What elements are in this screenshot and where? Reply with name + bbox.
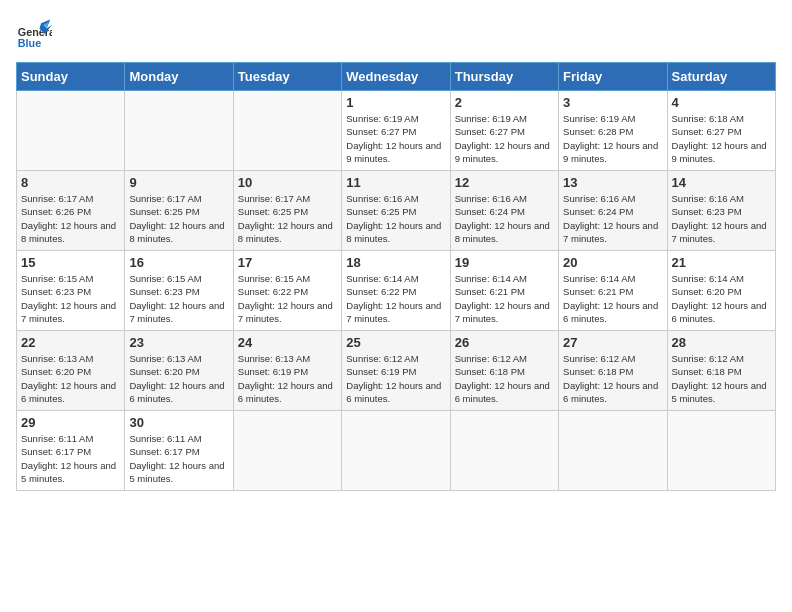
- day-number: 1: [346, 95, 445, 110]
- day-number: 14: [672, 175, 771, 190]
- day-info: Sunrise: 6:11 AM Sunset: 6:17 PM Dayligh…: [21, 432, 120, 485]
- calendar-week-row: 22 Sunrise: 6:13 AM Sunset: 6:20 PM Dayl…: [17, 331, 776, 411]
- day-info: Sunrise: 6:14 AM Sunset: 6:21 PM Dayligh…: [455, 272, 554, 325]
- calendar-table: SundayMondayTuesdayWednesdayThursdayFrid…: [16, 62, 776, 491]
- day-info: Sunrise: 6:14 AM Sunset: 6:21 PM Dayligh…: [563, 272, 662, 325]
- calendar-day-cell: 30 Sunrise: 6:11 AM Sunset: 6:17 PM Dayl…: [125, 411, 233, 491]
- calendar-weekday-header: Wednesday: [342, 63, 450, 91]
- day-number: 20: [563, 255, 662, 270]
- calendar-day-cell: 24 Sunrise: 6:13 AM Sunset: 6:19 PM Dayl…: [233, 331, 341, 411]
- day-info: Sunrise: 6:19 AM Sunset: 6:28 PM Dayligh…: [563, 112, 662, 165]
- calendar-day-cell: [233, 91, 341, 171]
- logo: General Blue: [16, 16, 52, 52]
- day-number: 8: [21, 175, 120, 190]
- day-number: 3: [563, 95, 662, 110]
- calendar-day-cell: 16 Sunrise: 6:15 AM Sunset: 6:23 PM Dayl…: [125, 251, 233, 331]
- day-info: Sunrise: 6:12 AM Sunset: 6:18 PM Dayligh…: [455, 352, 554, 405]
- day-number: 19: [455, 255, 554, 270]
- calendar-day-cell: [559, 411, 667, 491]
- calendar-day-cell: 1 Sunrise: 6:19 AM Sunset: 6:27 PM Dayli…: [342, 91, 450, 171]
- day-number: 25: [346, 335, 445, 350]
- day-info: Sunrise: 6:14 AM Sunset: 6:22 PM Dayligh…: [346, 272, 445, 325]
- calendar-day-cell: 22 Sunrise: 6:13 AM Sunset: 6:20 PM Dayl…: [17, 331, 125, 411]
- day-info: Sunrise: 6:16 AM Sunset: 6:24 PM Dayligh…: [455, 192, 554, 245]
- logo-icon: General Blue: [16, 16, 52, 52]
- calendar-day-cell: 17 Sunrise: 6:15 AM Sunset: 6:22 PM Dayl…: [233, 251, 341, 331]
- calendar-weekday-header: Friday: [559, 63, 667, 91]
- day-info: Sunrise: 6:19 AM Sunset: 6:27 PM Dayligh…: [346, 112, 445, 165]
- day-number: 13: [563, 175, 662, 190]
- day-number: 30: [129, 415, 228, 430]
- calendar-day-cell: 21 Sunrise: 6:14 AM Sunset: 6:20 PM Dayl…: [667, 251, 775, 331]
- calendar-day-cell: 27 Sunrise: 6:12 AM Sunset: 6:18 PM Dayl…: [559, 331, 667, 411]
- calendar-day-cell: 29 Sunrise: 6:11 AM Sunset: 6:17 PM Dayl…: [17, 411, 125, 491]
- calendar-day-cell: 3 Sunrise: 6:19 AM Sunset: 6:28 PM Dayli…: [559, 91, 667, 171]
- calendar-day-cell: [233, 411, 341, 491]
- day-number: 21: [672, 255, 771, 270]
- day-number: 11: [346, 175, 445, 190]
- calendar-weekday-header: Thursday: [450, 63, 558, 91]
- day-info: Sunrise: 6:13 AM Sunset: 6:20 PM Dayligh…: [129, 352, 228, 405]
- page-header: General Blue: [16, 16, 776, 52]
- calendar-header-row: SundayMondayTuesdayWednesdayThursdayFrid…: [17, 63, 776, 91]
- day-info: Sunrise: 6:15 AM Sunset: 6:22 PM Dayligh…: [238, 272, 337, 325]
- calendar-day-cell: 9 Sunrise: 6:17 AM Sunset: 6:25 PM Dayli…: [125, 171, 233, 251]
- day-number: 23: [129, 335, 228, 350]
- calendar-day-cell: 23 Sunrise: 6:13 AM Sunset: 6:20 PM Dayl…: [125, 331, 233, 411]
- day-info: Sunrise: 6:19 AM Sunset: 6:27 PM Dayligh…: [455, 112, 554, 165]
- calendar-day-cell: 25 Sunrise: 6:12 AM Sunset: 6:19 PM Dayl…: [342, 331, 450, 411]
- day-number: 28: [672, 335, 771, 350]
- calendar-day-cell: 28 Sunrise: 6:12 AM Sunset: 6:18 PM Dayl…: [667, 331, 775, 411]
- day-number: 15: [21, 255, 120, 270]
- calendar-day-cell: 26 Sunrise: 6:12 AM Sunset: 6:18 PM Dayl…: [450, 331, 558, 411]
- day-info: Sunrise: 6:12 AM Sunset: 6:18 PM Dayligh…: [563, 352, 662, 405]
- day-info: Sunrise: 6:18 AM Sunset: 6:27 PM Dayligh…: [672, 112, 771, 165]
- day-info: Sunrise: 6:16 AM Sunset: 6:25 PM Dayligh…: [346, 192, 445, 245]
- day-info: Sunrise: 6:11 AM Sunset: 6:17 PM Dayligh…: [129, 432, 228, 485]
- calendar-weekday-header: Saturday: [667, 63, 775, 91]
- day-number: 2: [455, 95, 554, 110]
- day-number: 26: [455, 335, 554, 350]
- calendar-week-row: 29 Sunrise: 6:11 AM Sunset: 6:17 PM Dayl…: [17, 411, 776, 491]
- day-info: Sunrise: 6:13 AM Sunset: 6:20 PM Dayligh…: [21, 352, 120, 405]
- day-info: Sunrise: 6:13 AM Sunset: 6:19 PM Dayligh…: [238, 352, 337, 405]
- calendar-day-cell: 15 Sunrise: 6:15 AM Sunset: 6:23 PM Dayl…: [17, 251, 125, 331]
- calendar-day-cell: 4 Sunrise: 6:18 AM Sunset: 6:27 PM Dayli…: [667, 91, 775, 171]
- calendar-day-cell: 20 Sunrise: 6:14 AM Sunset: 6:21 PM Dayl…: [559, 251, 667, 331]
- calendar-day-cell: [125, 91, 233, 171]
- day-number: 4: [672, 95, 771, 110]
- day-info: Sunrise: 6:17 AM Sunset: 6:25 PM Dayligh…: [238, 192, 337, 245]
- calendar-day-cell: 14 Sunrise: 6:16 AM Sunset: 6:23 PM Dayl…: [667, 171, 775, 251]
- calendar-week-row: 15 Sunrise: 6:15 AM Sunset: 6:23 PM Dayl…: [17, 251, 776, 331]
- calendar-weekday-header: Monday: [125, 63, 233, 91]
- day-info: Sunrise: 6:15 AM Sunset: 6:23 PM Dayligh…: [129, 272, 228, 325]
- day-info: Sunrise: 6:12 AM Sunset: 6:19 PM Dayligh…: [346, 352, 445, 405]
- day-info: Sunrise: 6:16 AM Sunset: 6:24 PM Dayligh…: [563, 192, 662, 245]
- calendar-week-row: 8 Sunrise: 6:17 AM Sunset: 6:26 PM Dayli…: [17, 171, 776, 251]
- calendar-weekday-header: Tuesday: [233, 63, 341, 91]
- day-number: 12: [455, 175, 554, 190]
- calendar-day-cell: 13 Sunrise: 6:16 AM Sunset: 6:24 PM Dayl…: [559, 171, 667, 251]
- day-number: 16: [129, 255, 228, 270]
- calendar-day-cell: 19 Sunrise: 6:14 AM Sunset: 6:21 PM Dayl…: [450, 251, 558, 331]
- day-number: 27: [563, 335, 662, 350]
- day-number: 9: [129, 175, 228, 190]
- calendar-weekday-header: Sunday: [17, 63, 125, 91]
- calendar-day-cell: 11 Sunrise: 6:16 AM Sunset: 6:25 PM Dayl…: [342, 171, 450, 251]
- calendar-day-cell: [342, 411, 450, 491]
- calendar-day-cell: 12 Sunrise: 6:16 AM Sunset: 6:24 PM Dayl…: [450, 171, 558, 251]
- calendar-day-cell: [450, 411, 558, 491]
- day-info: Sunrise: 6:15 AM Sunset: 6:23 PM Dayligh…: [21, 272, 120, 325]
- day-info: Sunrise: 6:17 AM Sunset: 6:25 PM Dayligh…: [129, 192, 228, 245]
- day-number: 24: [238, 335, 337, 350]
- day-number: 10: [238, 175, 337, 190]
- calendar-day-cell: 2 Sunrise: 6:19 AM Sunset: 6:27 PM Dayli…: [450, 91, 558, 171]
- calendar-day-cell: [17, 91, 125, 171]
- day-info: Sunrise: 6:12 AM Sunset: 6:18 PM Dayligh…: [672, 352, 771, 405]
- day-info: Sunrise: 6:16 AM Sunset: 6:23 PM Dayligh…: [672, 192, 771, 245]
- day-number: 22: [21, 335, 120, 350]
- calendar-day-cell: 10 Sunrise: 6:17 AM Sunset: 6:25 PM Dayl…: [233, 171, 341, 251]
- day-number: 18: [346, 255, 445, 270]
- day-number: 29: [21, 415, 120, 430]
- calendar-week-row: 1 Sunrise: 6:19 AM Sunset: 6:27 PM Dayli…: [17, 91, 776, 171]
